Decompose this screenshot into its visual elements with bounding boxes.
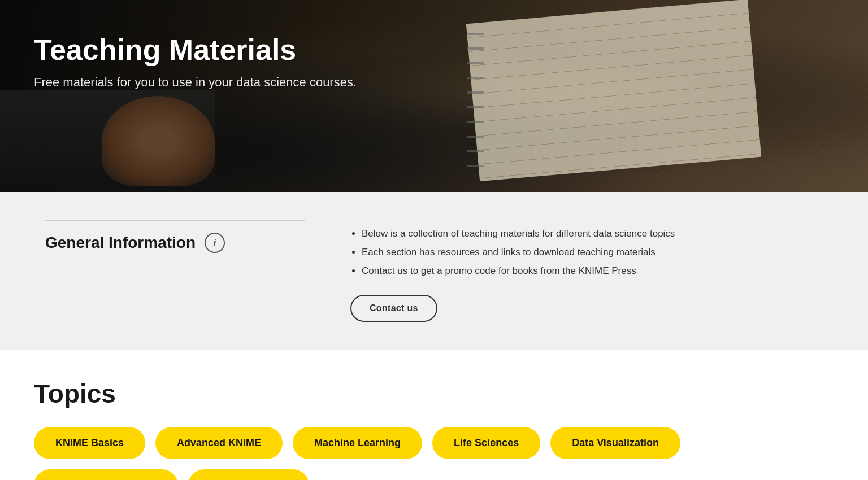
topic-pill-time-series-analysis[interactable]: Time Series Analysis <box>34 469 178 480</box>
info-left-panel: General Information i <box>45 220 305 253</box>
topics-section: Topics KNIME BasicsAdvanced KNIMEMachine… <box>0 350 868 480</box>
topic-pill-machine-learning[interactable]: Machine Learning <box>293 427 422 459</box>
topic-pill-life-sciences[interactable]: Life Sciences <box>432 427 540 459</box>
topic-pill-knime-basics[interactable]: KNIME Basics <box>34 427 145 459</box>
hero-subtitle: Free materials for you to use in your da… <box>34 75 357 90</box>
hero-spiral-decoration <box>467 23 484 169</box>
hero-notebook-decoration <box>466 0 762 181</box>
contact-us-button[interactable]: Contact us <box>350 295 437 322</box>
info-right-panel: Below is a collection of teaching materi… <box>350 220 823 322</box>
topic-pill-advanced-knime[interactable]: Advanced KNIME <box>155 427 283 459</box>
hero-content: Teaching Materials Free materials for yo… <box>34 34 357 90</box>
topic-pill-data-visualization[interactable]: Data Visualization <box>550 427 680 459</box>
topics-grid: KNIME BasicsAdvanced KNIMEMachine Learni… <box>34 427 834 480</box>
topic-pill-text-processing[interactable]: Text Processing <box>188 469 309 480</box>
info-bullet-2: Each section has resources and links to … <box>362 245 823 260</box>
topics-title: Topics <box>34 378 834 409</box>
info-icon[interactable]: i <box>205 233 225 253</box>
general-info-section: General Information i Below is a collect… <box>0 192 868 350</box>
info-bullet-3: Contact us to get a promo code for books… <box>362 263 823 278</box>
hero-section: Teaching Materials Free materials for yo… <box>0 0 868 192</box>
hero-hand-decoration <box>102 96 215 186</box>
hero-title: Teaching Materials <box>34 34 357 66</box>
info-bullet-1: Below is a collection of teaching materi… <box>362 226 823 241</box>
general-info-title: General Information <box>45 234 196 252</box>
info-bullets-list: Below is a collection of teaching materi… <box>350 226 823 279</box>
